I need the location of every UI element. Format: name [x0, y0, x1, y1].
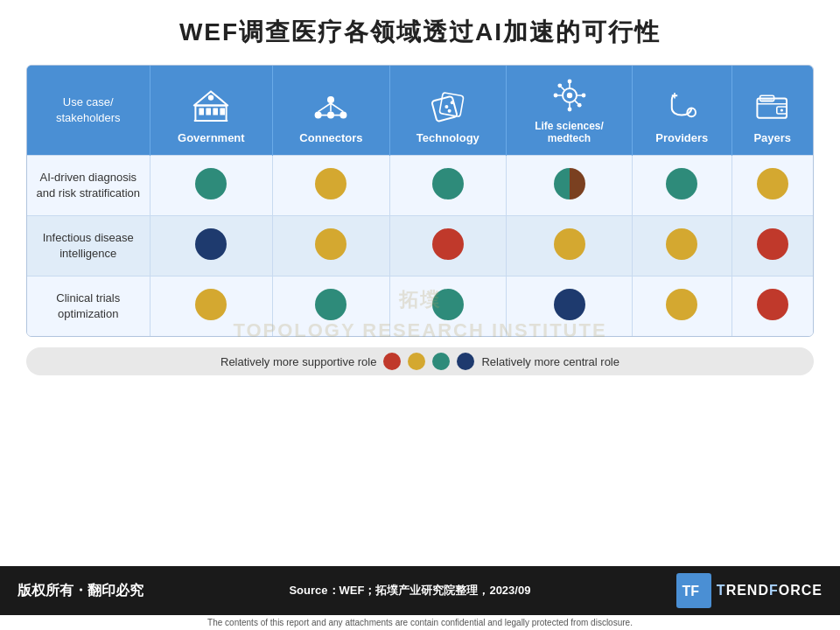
dot-teal — [315, 289, 346, 320]
svg-text:TF: TF — [682, 584, 699, 598]
dot-teal — [432, 289, 464, 320]
svg-line-13 — [331, 103, 343, 112]
dot-teal — [195, 168, 227, 200]
footer-source: Source：WEF；拓墣产业研究院整理，2023/09 — [161, 583, 659, 598]
svg-line-32 — [561, 87, 564, 90]
use-case-label-2: Infectious disease intelligence — [27, 216, 150, 276]
dot-red — [432, 228, 464, 260]
col-header-lifesciences: Life sciences/medtech — [506, 66, 632, 156]
cell-2-payers — [732, 216, 813, 276]
cell-3-government — [150, 276, 273, 337]
footer-bar: 版权所有・翻印必究 Source：WEF；拓墣产业研究院整理，2023/09 T… — [0, 566, 840, 615]
legend-dot-navy — [457, 353, 474, 370]
payers-icon — [752, 86, 794, 128]
svg-point-41 — [780, 108, 783, 111]
dot-split — [554, 168, 585, 200]
lifesciences-icon — [549, 74, 591, 116]
legend-dot-yellow — [408, 353, 425, 370]
dot-yellow — [757, 168, 788, 200]
svg-point-23 — [566, 93, 571, 98]
trendforce-name: TRENDFORCE — [717, 583, 822, 598]
svg-rect-1 — [200, 108, 205, 116]
cell-1-government — [150, 156, 273, 216]
svg-point-35 — [577, 103, 581, 108]
footer-source-text: Source：WEF；拓墣产业研究院整理，2023/09 — [289, 584, 530, 597]
svg-point-21 — [447, 109, 451, 113]
svg-point-25 — [567, 80, 571, 84]
cell-2-government — [150, 216, 273, 276]
cell-2-providers — [633, 216, 732, 276]
main-table-wrapper: Use case/stakeholders — [26, 65, 814, 337]
col-header-technology: Technology — [389, 66, 506, 156]
svg-line-12 — [318, 103, 331, 112]
col-header-connectors: Connectors — [273, 66, 390, 156]
legend-right-label: Relatively more central role — [481, 355, 620, 368]
cell-3-providers — [633, 276, 732, 337]
cell-1-lifesciences — [506, 156, 632, 216]
dot-red — [757, 228, 788, 260]
use-case-header: Use case/stakeholders — [27, 66, 150, 156]
table-header-row: Use case/stakeholders — [27, 66, 813, 156]
svg-rect-3 — [214, 108, 219, 116]
technology-icon — [427, 86, 469, 128]
svg-point-8 — [327, 96, 334, 103]
svg-point-27 — [567, 108, 571, 112]
legend-left-label: Relatively more supportive role — [220, 355, 376, 368]
use-case-label-3: Clinical trials optimization — [27, 276, 150, 337]
trendforce-logo-icon: TF — [676, 573, 711, 608]
svg-rect-2 — [206, 108, 212, 116]
connectors-icon — [310, 86, 352, 128]
dot-yellow — [666, 228, 697, 260]
col-header-payers: Payers — [732, 66, 813, 156]
dot-yellow — [315, 168, 346, 200]
svg-point-33 — [557, 83, 562, 88]
footer-copyright: 版权所有・翻印必究 — [18, 582, 144, 600]
table-row: Clinical trials optimization — [27, 276, 813, 337]
cell-2-connectors — [273, 216, 390, 276]
cell-1-providers — [633, 156, 732, 216]
cell-3-connectors — [273, 276, 390, 337]
footer-logo: TF TRENDFORCE — [676, 573, 822, 608]
legend-area: Relatively more supportive role Relative… — [26, 347, 814, 375]
col-label-lifesciences: Life sciences/medtech — [535, 120, 604, 144]
col-header-providers: Providers — [633, 66, 732, 156]
dot-yellow — [554, 228, 585, 260]
cell-3-lifesciences — [506, 276, 632, 337]
svg-point-7 — [208, 94, 214, 100]
legend-dot-red — [383, 353, 401, 370]
dot-teal — [666, 168, 697, 200]
main-table: Use case/stakeholders — [27, 66, 813, 336]
dot-yellow — [666, 289, 697, 320]
use-case-label-1: AI-driven diagnosis and risk stratificat… — [27, 156, 150, 216]
cell-3-technology — [389, 276, 506, 337]
cell-1-payers — [732, 156, 813, 216]
col-label-technology: Technology — [416, 131, 480, 144]
legend-dot-teal — [432, 353, 450, 370]
col-label-providers: Providers — [655, 131, 708, 144]
svg-point-29 — [553, 94, 557, 98]
col-header-government: Government — [150, 66, 273, 156]
dot-red — [757, 289, 788, 320]
svg-rect-4 — [220, 108, 226, 116]
col-label-government: Government — [178, 131, 245, 144]
dot-navy — [554, 289, 585, 320]
dot-yellow — [195, 289, 227, 320]
dot-yellow — [315, 228, 346, 260]
cell-1-connectors — [273, 156, 390, 216]
disclaimer: The contents of this report and any atta… — [0, 615, 840, 630]
svg-rect-17 — [431, 96, 457, 122]
col-label-connectors: Connectors — [299, 131, 362, 144]
cell-3-payers — [732, 276, 813, 337]
government-icon — [190, 86, 232, 128]
providers-icon — [661, 86, 703, 128]
svg-point-20 — [451, 101, 454, 104]
svg-line-34 — [574, 101, 578, 104]
svg-point-31 — [581, 94, 585, 98]
dot-navy — [195, 228, 227, 260]
svg-point-19 — [444, 105, 448, 108]
page-title: WEF调查医疗各领域透过AI加速的可行性 — [0, 0, 840, 58]
dot-teal — [432, 168, 464, 200]
cell-2-lifesciences — [506, 216, 632, 276]
table-row: AI-driven diagnosis and risk stratificat… — [27, 156, 813, 216]
table-row: Infectious disease intelligence — [27, 216, 813, 276]
